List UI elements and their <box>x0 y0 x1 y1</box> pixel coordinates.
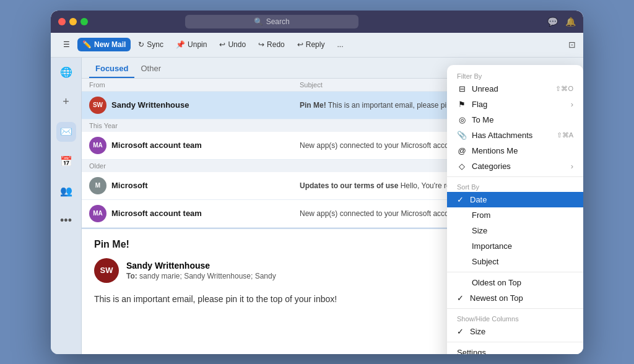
sync-icon: ↻ <box>138 40 144 49</box>
menu-item-label: Newest on Top <box>470 293 523 303</box>
attachments-shortcut: ⇧⌘A <box>557 131 573 139</box>
menu-item-importance[interactable]: Importance <box>447 238 583 254</box>
unread-shortcut: ⇧⌘O <box>555 85 573 93</box>
menu-divider <box>447 272 583 272</box>
checkmark-icon: ✓ <box>457 195 464 204</box>
undo-button[interactable]: ↩ Undo <box>214 38 251 51</box>
menu-item-from[interactable]: From <box>447 207 583 223</box>
flag-icon: ⚑ <box>457 100 467 109</box>
sidebar-item-mail[interactable]: ✉️ <box>56 122 76 142</box>
sender-name: Sandy Writtenhouse <box>111 100 189 110</box>
menu-divider <box>447 308 583 309</box>
menu-item-label: Date <box>470 195 487 204</box>
more-button[interactable]: ... <box>332 38 348 51</box>
menu-item-mentions[interactable]: @ Mentions Me <box>447 143 583 158</box>
menu-divider <box>447 176 583 177</box>
new-mail-button[interactable]: ✏️ New Mail <box>77 38 131 51</box>
menu-item-newest-top[interactable]: ✓ Newest on Top <box>447 290 583 306</box>
category-icon: ◇ <box>457 162 467 171</box>
reply-icon: ↩ <box>297 40 303 49</box>
search-icon: 🔍 <box>254 17 263 26</box>
menu-item-label: Categories <box>472 162 511 171</box>
close-button[interactable] <box>58 18 66 25</box>
unpin-icon: 📌 <box>176 40 185 49</box>
menu-item-label: Has Attachments <box>472 131 532 140</box>
tab-focused[interactable]: Focused <box>89 61 134 78</box>
mail-window: 🔍 Search 💬 🔔 ☰ ✏️ New Mail ↻ Sync 📌 Unpi… <box>51 11 583 354</box>
sender-name: Microsoft account team <box>111 141 202 150</box>
undo-icon: ↩ <box>219 40 225 49</box>
menu-item-date[interactable]: ✓ Date <box>447 192 583 207</box>
menu-item-attachments[interactable]: 📎 Has Attachments ⇧⌘A <box>447 128 583 143</box>
message-icon[interactable]: 💬 <box>547 17 558 27</box>
chevron-right-icon: › <box>571 162 573 171</box>
checkmark-icon: ✓ <box>457 327 464 336</box>
menu-item-unread[interactable]: ⊟ Unread ⇧⌘O <box>447 81 583 97</box>
checkmark-icon: ✓ <box>457 293 464 303</box>
menu-item-label: From <box>472 210 490 220</box>
layout-icon[interactable]: ⊡ <box>568 40 576 50</box>
search-bar[interactable]: 🔍 Search <box>185 15 358 28</box>
show-hide-label: Show/Hide Columns <box>447 311 583 324</box>
reply-button[interactable]: ↩ Reply <box>292 38 330 51</box>
to-me-icon: ◎ <box>457 115 467 124</box>
menu-item-label: Size <box>470 327 485 336</box>
menu-item-to-me[interactable]: ◎ To Me <box>447 112 583 128</box>
menu-item-flag[interactable]: ⚑ Flag › <box>447 97 583 112</box>
sync-button[interactable]: ↻ Sync <box>133 38 168 51</box>
avatar: M <box>89 177 106 194</box>
menu-divider <box>447 342 583 342</box>
menu-item-oldest-top[interactable]: Oldest on Top <box>447 275 583 290</box>
titlebar: 🔍 Search 💬 🔔 <box>51 11 583 33</box>
menu-item-label: Subject <box>472 257 498 266</box>
menu-item-show-size[interactable]: ✓ Size <box>447 324 583 339</box>
menu-item-label: Oldest on Top <box>472 278 521 287</box>
menu-item-label: To Me <box>472 115 493 124</box>
preview-subject: Pin Me! <box>94 239 129 250</box>
redo-button[interactable]: ↪ Redo <box>253 38 290 51</box>
minimize-button[interactable] <box>69 18 77 25</box>
avatar: SW <box>89 97 106 114</box>
menu-item-subject[interactable]: Subject <box>447 254 583 269</box>
menu-item-label: Unread <box>472 84 498 93</box>
sidebar-item-globe[interactable]: 🌐 <box>56 63 76 82</box>
maximize-button[interactable] <box>80 18 88 25</box>
sidebar: 🌐 + ✉️ 📅 👥 ••• <box>51 58 82 354</box>
menu-item-settings[interactable]: Settings... <box>447 345 583 354</box>
filter-dropdown-menu: Filter By ⊟ Unread ⇧⌘O ⚑ Flag › ◎ To Me … <box>447 65 583 354</box>
sender-name: Microsoft <box>111 181 148 190</box>
traffic-lights <box>58 18 88 25</box>
sort-by-label: Sort By <box>447 180 583 192</box>
chevron-right-icon: › <box>571 100 573 109</box>
menu-item-label: Mentions Me <box>472 146 518 155</box>
avatar: MA <box>89 137 106 154</box>
menu-item-label: Importance <box>472 241 512 251</box>
menu-item-label: Size <box>472 226 487 235</box>
avatar: MA <box>89 205 106 222</box>
menu-item-size[interactable]: Size <box>447 223 583 238</box>
toolbar: ☰ ✏️ New Mail ↻ Sync 📌 Unpin ↩ Undo ↪ Re… <box>51 33 583 58</box>
menu-item-label: Settings... <box>457 348 493 354</box>
titlebar-icons: 💬 🔔 <box>547 17 576 27</box>
sender-name: Microsoft account team <box>111 209 202 218</box>
filter-by-label: Filter By <box>447 69 583 81</box>
unread-icon: ⊟ <box>457 84 467 93</box>
preview-avatar: SW <box>94 258 119 283</box>
sidebar-item-calendar[interactable]: 📅 <box>56 152 76 171</box>
menu-item-categories[interactable]: ◇ Categories › <box>447 158 583 174</box>
bell-icon[interactable]: 🔔 <box>565 17 576 27</box>
mention-icon: @ <box>457 146 467 155</box>
redo-icon: ↪ <box>258 40 264 49</box>
compose-icon: ✏️ <box>82 40 92 49</box>
column-from: From <box>89 81 300 89</box>
tab-other[interactable]: Other <box>134 61 167 78</box>
search-placeholder: Search <box>266 17 290 26</box>
hamburger-button[interactable]: ☰ <box>58 38 75 51</box>
sidebar-add-button[interactable]: + <box>56 92 76 112</box>
attachment-icon: 📎 <box>457 131 467 140</box>
menu-item-label: Flag <box>472 100 487 109</box>
sidebar-item-contacts[interactable]: 👥 <box>56 181 76 201</box>
unpin-button[interactable]: 📌 Unpin <box>171 38 212 51</box>
sidebar-item-more[interactable]: ••• <box>56 211 76 231</box>
